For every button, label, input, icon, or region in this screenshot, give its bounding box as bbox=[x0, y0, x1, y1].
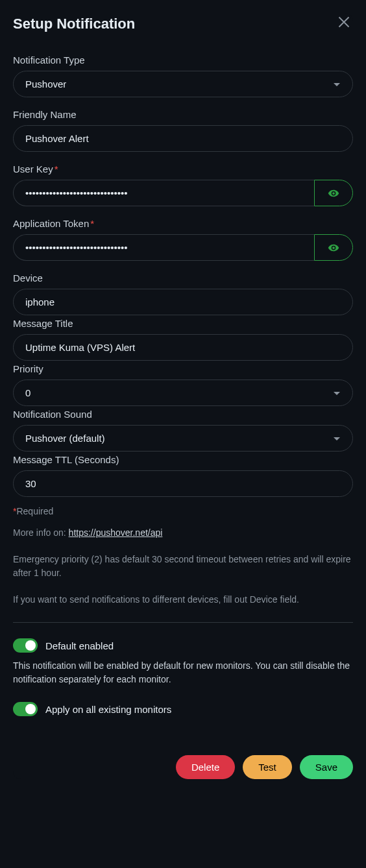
divider bbox=[13, 622, 353, 623]
device-label: Device bbox=[13, 272, 353, 283]
application-token-reveal-button[interactable] bbox=[314, 234, 353, 261]
message-ttl-input[interactable] bbox=[13, 470, 353, 497]
delete-button[interactable]: Delete bbox=[176, 755, 235, 779]
user-key-input[interactable] bbox=[13, 180, 314, 206]
modal-title: Setup Notification bbox=[13, 16, 135, 32]
priority-label: Priority bbox=[13, 363, 353, 374]
user-key-label: User Key* bbox=[13, 163, 353, 175]
notification-sound-select[interactable]: Pushover (default) bbox=[13, 425, 353, 452]
notification-type-select[interactable]: Pushover bbox=[13, 71, 353, 97]
apply-all-toggle[interactable] bbox=[13, 702, 38, 716]
setup-notification-modal: Setup Notification Notification Type Pus… bbox=[13, 13, 353, 779]
eye-icon bbox=[328, 187, 339, 199]
apply-all-label: Apply on all existing monitors bbox=[45, 704, 171, 715]
default-enabled-label: Default enabled bbox=[45, 640, 114, 651]
eye-icon bbox=[328, 242, 339, 254]
default-enabled-toggle[interactable] bbox=[13, 638, 38, 653]
more-info-link[interactable]: https://pushover.net/api bbox=[69, 527, 163, 538]
notification-type-label: Notification Type bbox=[13, 54, 353, 66]
message-title-input[interactable] bbox=[13, 334, 353, 361]
close-button[interactable] bbox=[335, 13, 353, 35]
test-button[interactable]: Test bbox=[243, 755, 292, 779]
application-token-label: Application Token* bbox=[13, 218, 353, 229]
message-title-label: Message Title bbox=[13, 318, 353, 329]
modal-footer: Delete Test Save bbox=[13, 755, 353, 779]
device-note: If you want to send notifications to dif… bbox=[13, 593, 353, 607]
modal-header: Setup Notification bbox=[13, 13, 353, 35]
default-enabled-description: This notification will be enabled by def… bbox=[13, 659, 353, 686]
friendly-name-label: Friendly Name bbox=[13, 109, 353, 120]
emergency-note: Emergency priority (2) has default 30 se… bbox=[13, 553, 353, 580]
priority-select[interactable]: 0 bbox=[13, 380, 353, 406]
more-info-text: More info on: https://pushover.net/api bbox=[13, 526, 353, 540]
notification-sound-label: Notification Sound bbox=[13, 409, 353, 420]
user-key-reveal-button[interactable] bbox=[314, 180, 353, 206]
friendly-name-input[interactable] bbox=[13, 125, 353, 152]
required-note: *Required bbox=[13, 505, 353, 518]
save-button[interactable]: Save bbox=[300, 755, 353, 779]
application-token-input[interactable] bbox=[13, 234, 314, 261]
message-ttl-label: Message TTL (Seconds) bbox=[13, 454, 353, 465]
close-icon bbox=[337, 16, 350, 29]
device-input[interactable] bbox=[13, 289, 353, 315]
